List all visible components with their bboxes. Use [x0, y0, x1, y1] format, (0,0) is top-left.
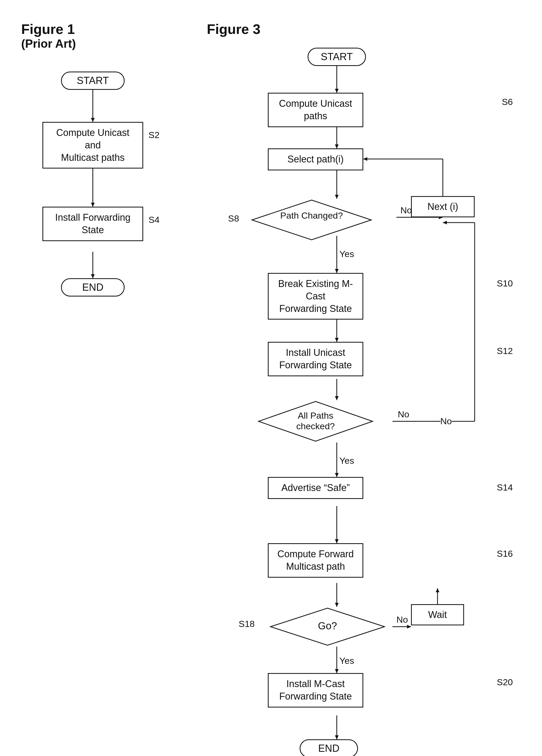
figure1-end-terminal: END — [61, 278, 125, 297]
figure3-allpaths-no-label: No — [441, 416, 452, 426]
figure3-title: Figure 3 — [207, 21, 521, 37]
figure3-select-box: Select path(i) — [268, 148, 363, 170]
svg-marker-1 — [91, 118, 95, 122]
svg-text:Yes: Yes — [340, 456, 354, 466]
svg-marker-31 — [335, 539, 339, 543]
svg-marker-41 — [436, 588, 439, 592]
figure1-s4-label: S4 — [148, 215, 160, 225]
figure1-s2-label: S2 — [148, 130, 160, 140]
figure3-s16-box: Compute ForwardMulticast path — [268, 543, 363, 578]
figure3-s12-label: S12 — [497, 346, 513, 356]
svg-marker-13 — [335, 269, 339, 273]
figure3-s14-text: Advertise “Safe” — [282, 482, 350, 494]
figure1-area: Figure 1 (Prior Art) START — [21, 21, 207, 756]
figure3-s12-text: Install UnicastForwarding State — [279, 347, 352, 372]
figure1-s2-text: Compute Unicast andMulticast paths — [48, 127, 137, 164]
svg-marker-46 — [363, 157, 367, 161]
svg-marker-19 — [335, 338, 339, 342]
svg-text:Yes: Yes — [340, 656, 354, 666]
svg-marker-33 — [335, 603, 339, 607]
figure1-subtitle: (Prior Art) — [21, 37, 207, 50]
svg-marker-9 — [335, 144, 339, 148]
figure1-s4-text: Install ForwardingState — [55, 211, 130, 236]
figure3-end-terminal: END — [300, 739, 358, 756]
figure3-s14-box: Advertise “Safe” — [268, 477, 363, 499]
figure3-next-box: Next (i) — [411, 196, 475, 217]
figure3-select-text: Select path(i) — [288, 153, 344, 166]
svg-text:Path Changed?: Path Changed? — [280, 210, 343, 220]
svg-marker-7 — [335, 89, 339, 93]
figure3-s10-text: Break Existing M-CastForwarding State — [274, 278, 357, 315]
svg-text:Go?: Go? — [318, 620, 337, 631]
figure3-wait-box: Wait — [411, 604, 464, 625]
figure3-s20-label: S20 — [497, 677, 513, 687]
figure3-pathchanged-diamond-wrapper: Path Changed? — [250, 199, 373, 241]
svg-marker-28 — [443, 221, 447, 224]
svg-text:checked?: checked? — [296, 421, 335, 431]
figure1-flowchart: START S2 Compute Unicast andMulticast pa… — [21, 61, 207, 432]
figure3-s6-box: Compute Unicast paths — [268, 93, 363, 127]
page: Figure 1 (Prior Art) START — [0, 0, 542, 756]
svg-text:No: No — [397, 614, 408, 625]
figure3-s6-text: Compute Unicast paths — [274, 98, 357, 122]
figures-container: Figure 1 (Prior Art) START — [21, 21, 521, 756]
svg-marker-43 — [335, 735, 339, 739]
figure3-allpaths-diamond-svg: All Paths checked? — [257, 400, 374, 443]
svg-text:No: No — [398, 409, 409, 419]
svg-marker-21 — [335, 396, 339, 400]
figure1-s4-box: Install ForwardingState — [42, 207, 143, 241]
figure3-flowchart: Yes No Yes — [207, 48, 521, 756]
figure3-s16-label: S16 — [497, 549, 513, 559]
figure3-pathchanged-diamond-svg: Path Changed? — [250, 199, 373, 241]
svg-marker-3 — [91, 203, 95, 207]
figure3-s16-text: Compute ForwardMulticast path — [278, 548, 354, 573]
figure3-go-diamond-svg: Go? — [269, 607, 386, 647]
figure3-s10-label: S10 — [497, 278, 513, 289]
figure3-go-diamond-wrapper: Go? — [269, 607, 386, 647]
svg-marker-38 — [407, 625, 411, 629]
figure3-s20-text: Install M-CastForwarding State — [279, 678, 352, 703]
svg-marker-23 — [335, 473, 339, 477]
figure3-s8-label: S8 — [228, 213, 239, 224]
figure3-s14-label: S14 — [497, 482, 513, 493]
svg-text:All Paths: All Paths — [298, 410, 333, 421]
svg-text:No: No — [400, 205, 412, 215]
figure1-arrows — [21, 61, 180, 432]
figure3-area: Figure 3 Yes — [207, 21, 521, 756]
figure3-wait-text: Wait — [428, 609, 447, 621]
figure1-start-terminal: START — [61, 72, 125, 90]
figure1-s2-box: Compute Unicast andMulticast paths — [42, 122, 143, 169]
figure1-title: Figure 1 — [21, 21, 207, 37]
figure3-s12-box: Install UnicastForwarding State — [268, 342, 363, 376]
figure3-s20-box: Install M-CastForwarding State — [268, 673, 363, 708]
figure3-next-text: Next (i) — [428, 201, 458, 213]
svg-marker-11 — [335, 195, 339, 199]
svg-marker-5 — [91, 274, 95, 278]
figure3-s10-box: Break Existing M-CastForwarding State — [268, 273, 363, 320]
svg-text:Yes: Yes — [340, 249, 354, 259]
figure3-start-terminal: START — [308, 48, 366, 66]
figure3-allpaths-diamond-wrapper: All Paths checked? — [257, 400, 374, 443]
figure3-s6-label: S6 — [502, 97, 513, 107]
figure3-s18-label: S18 — [239, 619, 255, 629]
svg-marker-35 — [335, 669, 339, 673]
